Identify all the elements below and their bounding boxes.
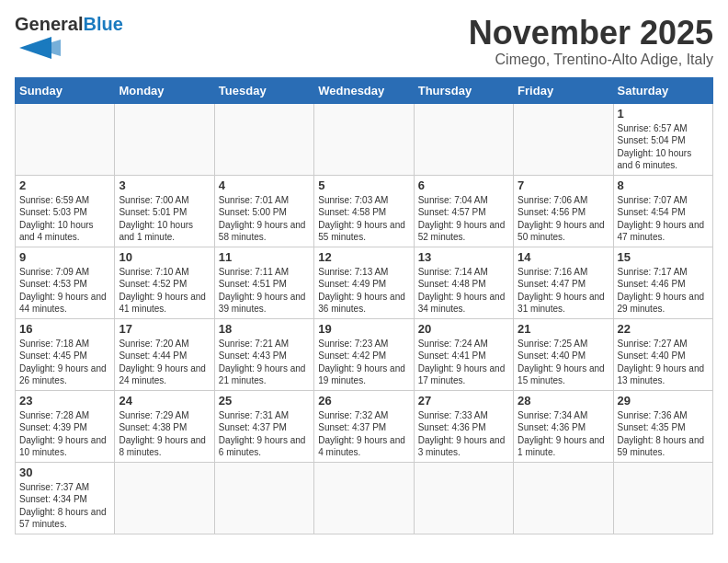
day-number: 1: [618, 107, 709, 121]
day-number: 4: [219, 178, 310, 192]
calendar-cell: 28Sunrise: 7:34 AM Sunset: 4:36 PM Dayli…: [514, 390, 613, 462]
day-number: 15: [618, 250, 709, 264]
day-number: 26: [318, 394, 409, 408]
calendar-title-area: November 2025 Cimego, Trentino-Alto Adig…: [469, 15, 713, 68]
day-info: Sunrise: 6:57 AM Sunset: 5:04 PM Dayligh…: [618, 122, 709, 172]
calendar-cell: 8Sunrise: 7:07 AM Sunset: 4:54 PM Daylig…: [613, 175, 712, 247]
calendar-cell: 20Sunrise: 7:24 AM Sunset: 4:41 PM Dayli…: [414, 318, 513, 390]
calendar-week-row: 2Sunrise: 6:59 AM Sunset: 5:03 PM Daylig…: [16, 175, 713, 247]
day-number: 18: [219, 322, 310, 336]
calendar-cell: 23Sunrise: 7:28 AM Sunset: 4:39 PM Dayli…: [16, 390, 115, 462]
day-info: Sunrise: 7:14 AM Sunset: 4:48 PM Dayligh…: [418, 266, 509, 316]
day-number: 11: [219, 250, 310, 264]
day-info: Sunrise: 7:04 AM Sunset: 4:57 PM Dayligh…: [418, 194, 509, 244]
calendar-cell: 17Sunrise: 7:20 AM Sunset: 4:44 PM Dayli…: [115, 318, 214, 390]
day-number: 20: [418, 322, 509, 336]
day-info: Sunrise: 7:33 AM Sunset: 4:36 PM Dayligh…: [418, 409, 509, 459]
day-number: 13: [418, 250, 509, 264]
day-info: Sunrise: 7:03 AM Sunset: 4:58 PM Dayligh…: [318, 194, 409, 244]
calendar-cell: [16, 103, 115, 175]
day-number: 19: [318, 322, 409, 336]
day-info: Sunrise: 7:24 AM Sunset: 4:41 PM Dayligh…: [418, 338, 509, 387]
calendar-cell: 6Sunrise: 7:04 AM Sunset: 4:57 PM Daylig…: [414, 175, 513, 247]
weekday-header-friday: Friday: [514, 77, 613, 103]
day-number: 8: [618, 178, 709, 192]
calendar-cell: 12Sunrise: 7:13 AM Sunset: 4:49 PM Dayli…: [314, 247, 414, 318]
day-info: Sunrise: 7:32 AM Sunset: 4:37 PM Dayligh…: [318, 409, 409, 459]
calendar-cell: 18Sunrise: 7:21 AM Sunset: 4:43 PM Dayli…: [214, 318, 313, 390]
day-info: Sunrise: 7:27 AM Sunset: 4:40 PM Dayligh…: [618, 338, 709, 387]
calendar-cell: 29Sunrise: 7:36 AM Sunset: 4:35 PM Dayli…: [613, 390, 712, 462]
day-number: 22: [618, 322, 709, 336]
calendar-cell: [214, 462, 313, 534]
calendar-week-row: 30Sunrise: 7:37 AM Sunset: 4:34 PM Dayli…: [16, 462, 713, 534]
calendar-cell: 25Sunrise: 7:31 AM Sunset: 4:37 PM Dayli…: [214, 390, 313, 462]
calendar-cell: 21Sunrise: 7:25 AM Sunset: 4:40 PM Dayli…: [514, 318, 613, 390]
calendar-cell: [115, 462, 214, 534]
calendar-cell: 22Sunrise: 7:27 AM Sunset: 4:40 PM Dayli…: [613, 318, 712, 390]
day-number: 25: [219, 394, 310, 408]
day-number: 17: [119, 322, 210, 336]
logo-icon: [15, 35, 61, 61]
day-number: 21: [518, 322, 609, 336]
calendar-week-row: 23Sunrise: 7:28 AM Sunset: 4:39 PM Dayli…: [16, 390, 713, 462]
calendar-table: SundayMondayTuesdayWednesdayThursdayFrid…: [15, 77, 713, 534]
calendar-header-row: SundayMondayTuesdayWednesdayThursdayFrid…: [16, 77, 713, 103]
calendar-cell: 3Sunrise: 7:00 AM Sunset: 5:01 PM Daylig…: [115, 175, 214, 247]
calendar-cell: 19Sunrise: 7:23 AM Sunset: 4:42 PM Dayli…: [314, 318, 414, 390]
weekday-header-sunday: Sunday: [16, 77, 115, 103]
calendar-cell: 24Sunrise: 7:29 AM Sunset: 4:38 PM Dayli…: [115, 390, 214, 462]
calendar-cell: [414, 462, 513, 534]
day-number: 10: [119, 250, 210, 264]
logo-text-blue: Blue: [83, 15, 122, 33]
calendar-cell: 1Sunrise: 6:57 AM Sunset: 5:04 PM Daylig…: [613, 103, 712, 175]
day-number: 30: [19, 465, 110, 479]
calendar-cell: [314, 103, 414, 175]
day-info: Sunrise: 7:01 AM Sunset: 5:00 PM Dayligh…: [219, 194, 310, 244]
weekday-header-monday: Monday: [115, 77, 214, 103]
calendar-cell: 13Sunrise: 7:14 AM Sunset: 4:48 PM Dayli…: [414, 247, 513, 318]
day-info: Sunrise: 7:07 AM Sunset: 4:54 PM Dayligh…: [618, 194, 709, 244]
day-info: Sunrise: 7:29 AM Sunset: 4:38 PM Dayligh…: [119, 409, 210, 459]
day-number: 29: [618, 394, 709, 408]
day-number: 27: [418, 394, 509, 408]
day-number: 12: [318, 250, 409, 264]
day-info: Sunrise: 7:00 AM Sunset: 5:01 PM Dayligh…: [119, 194, 210, 244]
day-info: Sunrise: 7:21 AM Sunset: 4:43 PM Dayligh…: [219, 338, 310, 387]
page-header: General Blue November 2025 Cimego, Trent…: [15, 15, 713, 68]
day-info: Sunrise: 7:31 AM Sunset: 4:37 PM Dayligh…: [219, 409, 310, 459]
calendar-cell: [514, 462, 613, 534]
logo-text-general: General: [15, 15, 83, 33]
calendar-cell: 26Sunrise: 7:32 AM Sunset: 4:37 PM Dayli…: [314, 390, 414, 462]
day-info: Sunrise: 7:34 AM Sunset: 4:36 PM Dayligh…: [518, 409, 609, 459]
day-info: Sunrise: 7:25 AM Sunset: 4:40 PM Dayligh…: [518, 338, 609, 387]
day-info: Sunrise: 7:28 AM Sunset: 4:39 PM Dayligh…: [19, 409, 110, 459]
day-number: 2: [19, 178, 110, 192]
location-title: Cimego, Trentino-Alto Adige, Italy: [469, 52, 713, 68]
day-number: 28: [518, 394, 609, 408]
calendar-week-row: 1Sunrise: 6:57 AM Sunset: 5:04 PM Daylig…: [16, 103, 713, 175]
day-number: 9: [19, 250, 110, 264]
day-info: Sunrise: 7:10 AM Sunset: 4:52 PM Dayligh…: [119, 266, 210, 316]
day-info: Sunrise: 7:36 AM Sunset: 4:35 PM Dayligh…: [618, 409, 709, 459]
calendar-cell: [314, 462, 414, 534]
calendar-cell: 7Sunrise: 7:06 AM Sunset: 4:56 PM Daylig…: [514, 175, 613, 247]
day-info: Sunrise: 7:23 AM Sunset: 4:42 PM Dayligh…: [318, 338, 409, 387]
day-number: 16: [19, 322, 110, 336]
calendar-cell: [414, 103, 513, 175]
day-info: Sunrise: 7:06 AM Sunset: 4:56 PM Dayligh…: [518, 194, 609, 244]
day-info: Sunrise: 7:11 AM Sunset: 4:51 PM Dayligh…: [219, 266, 310, 316]
day-info: Sunrise: 7:18 AM Sunset: 4:45 PM Dayligh…: [19, 338, 110, 387]
day-number: 3: [119, 178, 210, 192]
weekday-header-thursday: Thursday: [414, 77, 513, 103]
calendar-cell: 27Sunrise: 7:33 AM Sunset: 4:36 PM Dayli…: [414, 390, 513, 462]
calendar-week-row: 9Sunrise: 7:09 AM Sunset: 4:53 PM Daylig…: [16, 247, 713, 318]
calendar-cell: 15Sunrise: 7:17 AM Sunset: 4:46 PM Dayli…: [613, 247, 712, 318]
calendar-cell: 2Sunrise: 6:59 AM Sunset: 5:03 PM Daylig…: [16, 175, 115, 247]
day-info: Sunrise: 7:20 AM Sunset: 4:44 PM Dayligh…: [119, 338, 210, 387]
weekday-header-wednesday: Wednesday: [314, 77, 414, 103]
month-title: November 2025: [469, 15, 713, 52]
calendar-cell: 30Sunrise: 7:37 AM Sunset: 4:34 PM Dayli…: [16, 462, 115, 534]
weekday-header-tuesday: Tuesday: [214, 77, 313, 103]
day-info: Sunrise: 6:59 AM Sunset: 5:03 PM Dayligh…: [19, 194, 110, 244]
